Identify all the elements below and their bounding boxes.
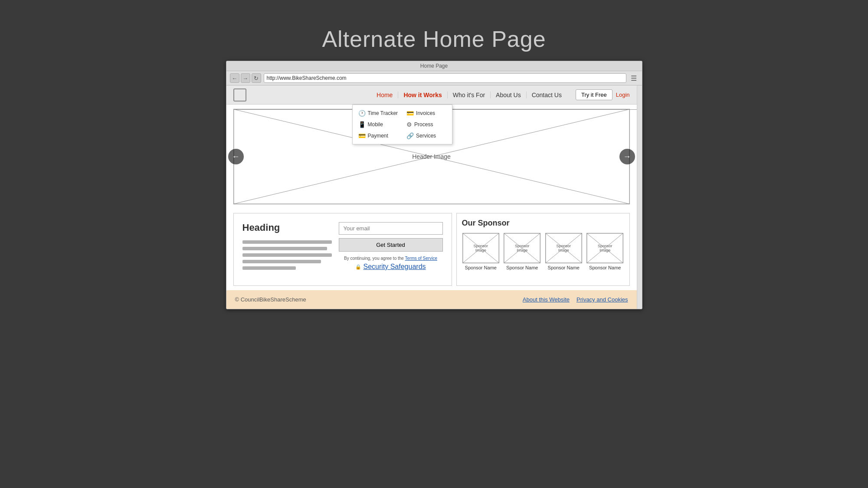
sponsor-name-3: Sponsor Name	[548, 265, 580, 270]
sponsor-image-3: Sponsor Image	[545, 233, 582, 263]
hero-label: Header Image	[412, 153, 451, 160]
sponsor-image-1: Sponsor Image	[462, 233, 499, 263]
main-content: Heading Get Started	[226, 209, 637, 290]
sponsor-name-4: Sponsor Name	[589, 265, 621, 270]
presentation-title: Alternate Home Page	[322, 26, 546, 52]
footer-links: About this Website Privacy and Cookies	[523, 296, 628, 303]
mobile-icon: 📱	[358, 121, 366, 128]
terms-text: By continuing, you agree to the Terms of…	[339, 255, 443, 262]
sponsor-item-3: Sponsor Image Sponsor Name	[545, 233, 583, 270]
payment-icon: 💳	[358, 132, 366, 139]
dropdown-services[interactable]: 🔗 Services	[404, 131, 449, 141]
sponsor-name-1: Sponsor Name	[465, 265, 497, 270]
text-line-3	[242, 253, 332, 257]
dropdown-mobile[interactable]: 📱 Mobile	[356, 120, 400, 129]
terms-link[interactable]: Terms of Service	[405, 256, 437, 261]
try-free-button[interactable]: Try it Free	[576, 89, 613, 100]
invoices-icon: 💳	[406, 110, 414, 117]
sponsor-item-1: Sponsor Image Sponsor Name	[462, 233, 500, 270]
lock-icon: 🔒	[355, 264, 361, 270]
sponsor-item-2: Sponsor Image Sponsor Name	[503, 233, 541, 270]
browser-toolbar: ← → ↻ ☰	[226, 71, 642, 85]
services-icon: 🔗	[406, 132, 414, 139]
nav-links: Home How it Works Who it's For About Us …	[371, 92, 567, 98]
browser-content: Home How it Works Who it's For About Us …	[226, 85, 637, 309]
text-line-5	[242, 266, 296, 270]
footer-copyright: © CouncilBikeShareScheme	[235, 296, 306, 303]
dropdown-time-tracker[interactable]: 🕐 Time Tracker	[356, 108, 400, 118]
email-input[interactable]	[339, 222, 443, 235]
back-button[interactable]: ←	[230, 73, 239, 83]
sponsor-grid: Sponsor Image Sponsor Name	[462, 233, 624, 270]
sponsor-image-4: Sponsor Image	[586, 233, 623, 263]
privacy-cookies-link[interactable]: Privacy and Cookies	[576, 296, 628, 303]
nav-how-it-works[interactable]: How it Works	[398, 92, 447, 98]
dropdown-payment[interactable]: 💳 Payment	[356, 131, 400, 141]
get-started-button[interactable]: Get Started	[339, 238, 443, 252]
text-line-4	[242, 260, 321, 263]
nav-who-its-for[interactable]: Who it's For	[448, 92, 491, 98]
nav-home[interactable]: Home	[371, 92, 398, 98]
nav-contact-us[interactable]: Contact Us	[527, 92, 567, 98]
about-website-link[interactable]: About this Website	[523, 296, 570, 303]
nav-actions: Try it Free Login	[576, 89, 630, 100]
dropdown-process[interactable]: ⚙ Process	[404, 120, 449, 129]
text-lines	[242, 240, 332, 270]
site-nav: Home How it Works Who it's For About Us …	[226, 85, 637, 105]
nav-about-us[interactable]: About Us	[491, 92, 527, 98]
sponsor-title: Our Sponsor	[462, 219, 624, 228]
hero-next-button[interactable]: →	[619, 149, 635, 164]
panel-heading: Heading	[242, 222, 332, 233]
time-tracker-icon: 🕐	[358, 110, 366, 117]
sponsor-item-4: Sponsor Image Sponsor Name	[586, 233, 624, 270]
dropdown-invoices[interactable]: 💳 Invoices	[404, 108, 449, 118]
refresh-button[interactable]: ↻	[252, 73, 261, 83]
browser-nav-buttons: ← → ↻	[230, 73, 261, 83]
browser-window: Home Page ← → ↻ ☰ Home How it Works Who …	[226, 61, 642, 309]
process-icon: ⚙	[406, 121, 412, 128]
address-bar[interactable]	[264, 73, 626, 83]
scrollbar[interactable]	[637, 85, 642, 309]
dropdown-menu: 🕐 Time Tracker 💳 Invoices 📱 Mobile ⚙ Pro…	[352, 105, 452, 144]
security-link[interactable]: Security Safeguards	[363, 263, 426, 271]
left-panel: Heading Get Started	[233, 213, 452, 286]
text-line-2	[242, 247, 328, 250]
text-line-1	[242, 240, 332, 244]
forward-button[interactable]: →	[241, 73, 250, 83]
login-link[interactable]: Login	[616, 92, 630, 98]
hero-prev-button[interactable]: ←	[228, 149, 244, 164]
browser-menu-button[interactable]: ☰	[629, 73, 639, 83]
email-form: Get Started By continuing, you agree to …	[339, 222, 443, 277]
browser-titlebar: Home Page	[226, 61, 642, 71]
site-footer: © CouncilBikeShareScheme About this Webs…	[226, 290, 637, 309]
security-line: 🔒 Security Safeguards	[339, 263, 443, 271]
sponsor-panel: Our Sponsor Sponsor Image	[456, 213, 630, 286]
sponsor-name-2: Sponsor Name	[506, 265, 538, 270]
site-logo	[233, 88, 246, 102]
sponsor-image-2: Sponsor Image	[504, 233, 540, 263]
